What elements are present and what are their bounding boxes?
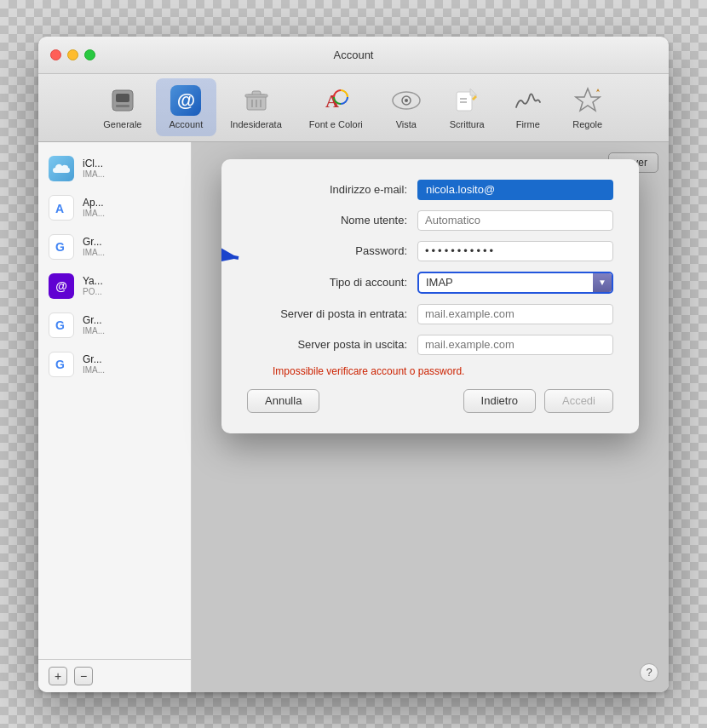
toolbar-label-account: Account xyxy=(170,119,204,129)
account-type-value: IMAP xyxy=(419,276,593,289)
sidebar-item-info-google2: Gr... IMA... xyxy=(83,314,105,335)
sidebar-yahoo-type: PO... xyxy=(83,287,103,296)
font-colori-icon: A xyxy=(320,85,351,116)
back-button[interactable]: Indietro xyxy=(463,389,536,413)
email-label: Indirizzo e-mail: xyxy=(247,183,417,196)
sidebar-item-info-google1: Gr... IMA... xyxy=(83,236,105,257)
toolbar-label-indesiderata: Indesiderata xyxy=(230,119,282,129)
dialog-btn-group: Indietro Accedi xyxy=(463,389,613,413)
regole-icon xyxy=(572,85,603,116)
outgoing-server-label: Server posta in uscita: xyxy=(247,338,417,351)
svg-text:G: G xyxy=(55,240,65,254)
sidebar-bottom: + − xyxy=(38,659,191,692)
toolbar-label-generale: Generale xyxy=(103,119,141,129)
traffic-lights xyxy=(38,49,95,60)
sidebar-item-info-icloud: iCl... IMA... xyxy=(83,158,105,179)
sidebar-google1-type: IMA... xyxy=(83,248,105,257)
outgoing-server-input[interactable] xyxy=(417,335,613,355)
toolbar-label-scrittura: Scrittura xyxy=(450,119,485,129)
toolbar-item-firme[interactable]: Firme xyxy=(498,78,558,136)
sidebar-item-google3[interactable]: G Gr... IMA... xyxy=(38,345,191,384)
account-icon: @ xyxy=(170,85,201,116)
close-button[interactable] xyxy=(50,49,61,60)
account-type-row: Tipo di account: IMAP ▼ xyxy=(247,272,613,294)
username-label: Nome utente: xyxy=(247,214,417,226)
minimize-button[interactable] xyxy=(67,49,78,60)
sidebar-item-info-yahoo: Ya... PO... xyxy=(83,275,103,296)
sidebar-google2-type: IMA... xyxy=(83,326,105,335)
svg-rect-2 xyxy=(116,105,129,107)
icloud-icon xyxy=(49,156,74,181)
svg-text:G: G xyxy=(55,318,65,332)
svg-rect-5 xyxy=(245,95,267,97)
password-label: Password: xyxy=(247,244,417,257)
toolbar-item-generale[interactable]: Generale xyxy=(89,78,155,136)
remove-account-button[interactable]: − xyxy=(74,667,93,685)
apple-icon: A xyxy=(49,195,74,221)
dialog-buttons: Annulla Indietro Accedi xyxy=(247,389,613,416)
toolbar-label-vista: Vista xyxy=(396,119,417,129)
email-row: Indirizzo e-mail: xyxy=(247,180,613,200)
add-account-button[interactable]: + xyxy=(49,667,67,685)
yahoo-icon: @ xyxy=(49,273,74,299)
sidebar-item-info-google3: Gr... IMA... xyxy=(83,353,105,375)
sidebar-item-apple[interactable]: A Ap... IMA... xyxy=(38,188,191,227)
sidebar-icloud-type: IMA... xyxy=(83,169,105,179)
incoming-server-label: Server di posta in entrata: xyxy=(247,307,417,320)
svg-marker-17 xyxy=(576,89,600,111)
toolbar-label-regole: Regole xyxy=(572,119,602,129)
account-dialog: Indirizzo e-mail: Nome utente: xyxy=(221,159,639,433)
username-input[interactable] xyxy=(417,210,613,231)
toolbar: Generale @ Account Indesiderata xyxy=(38,74,669,142)
sidebar-item-google1[interactable]: G Gr... IMA... xyxy=(38,227,191,267)
incoming-server-row: Server di posta in entrata: xyxy=(247,304,613,324)
dialog-overlay: Indirizzo e-mail: Nome utente: xyxy=(192,142,669,692)
svg-rect-1 xyxy=(116,94,129,102)
login-button[interactable]: Accedi xyxy=(544,389,613,413)
toolbar-item-indesiderata[interactable]: Indesiderata xyxy=(216,78,296,136)
google2-icon: G xyxy=(49,312,74,338)
indesiderata-icon xyxy=(241,85,272,116)
sidebar-item-yahoo[interactable]: @ Ya... PO... xyxy=(38,267,191,306)
error-message: Impossibile verificare account o passwor… xyxy=(273,365,613,377)
sidebar-yahoo-name: Ya... xyxy=(83,275,103,287)
toolbar-label-font-colori: Font e Colori xyxy=(309,119,363,129)
maximize-button[interactable] xyxy=(84,49,95,60)
sidebar-item-icloud[interactable]: iCl... IMA... xyxy=(38,149,191,188)
sidebar-item-google2[interactable]: G Gr... IMA... xyxy=(38,306,191,345)
sidebar-google3-type: IMA... xyxy=(83,365,105,375)
outgoing-server-row: Server posta in uscita: xyxy=(247,335,613,355)
right-panel: server Indirizzo e-mail: Nome utente: xyxy=(192,142,669,692)
toolbar-item-account[interactable]: @ Account xyxy=(156,78,217,136)
password-input[interactable] xyxy=(417,241,613,261)
dialog-content: Indirizzo e-mail: Nome utente: xyxy=(221,159,639,433)
google1-icon: G xyxy=(49,234,74,260)
sidebar-google2-name: Gr... xyxy=(83,314,105,326)
sidebar-google3-name: Gr... xyxy=(83,353,105,365)
toolbar-item-regole[interactable]: Regole xyxy=(558,78,618,136)
sidebar-apple-type: IMA... xyxy=(83,209,105,218)
main-content: iCl... IMA... A Ap... IMA... xyxy=(38,142,669,692)
svg-text:A: A xyxy=(55,202,64,215)
svg-text:G: G xyxy=(55,358,65,371)
google3-icon: G xyxy=(49,352,74,377)
generale-icon xyxy=(107,85,138,116)
username-row: Nome utente: xyxy=(247,210,613,231)
vista-icon xyxy=(391,85,422,116)
account-type-wrapper: IMAP ▼ xyxy=(417,272,613,294)
toolbar-item-vista[interactable]: Vista xyxy=(376,78,436,136)
toolbar-item-scrittura[interactable]: Scrittura xyxy=(436,78,498,136)
toolbar-item-font-colori[interactable]: A Font e Colori xyxy=(296,78,376,136)
svg-rect-14 xyxy=(457,92,472,111)
svg-text:A: A xyxy=(325,90,339,112)
cancel-button[interactable]: Annulla xyxy=(247,389,319,413)
sidebar-apple-name: Ap... xyxy=(83,197,105,209)
help-button[interactable]: ? xyxy=(640,663,658,682)
incoming-server-input[interactable] xyxy=(417,304,613,324)
sidebar: iCl... IMA... A Ap... IMA... xyxy=(38,142,192,692)
password-row: Password: xyxy=(247,241,613,261)
sidebar-google1-name: Gr... xyxy=(83,236,105,248)
sidebar-item-info-apple: Ap... IMA... xyxy=(83,197,105,218)
email-input[interactable] xyxy=(417,180,613,200)
account-type-dropdown-arrow[interactable]: ▼ xyxy=(593,273,612,292)
